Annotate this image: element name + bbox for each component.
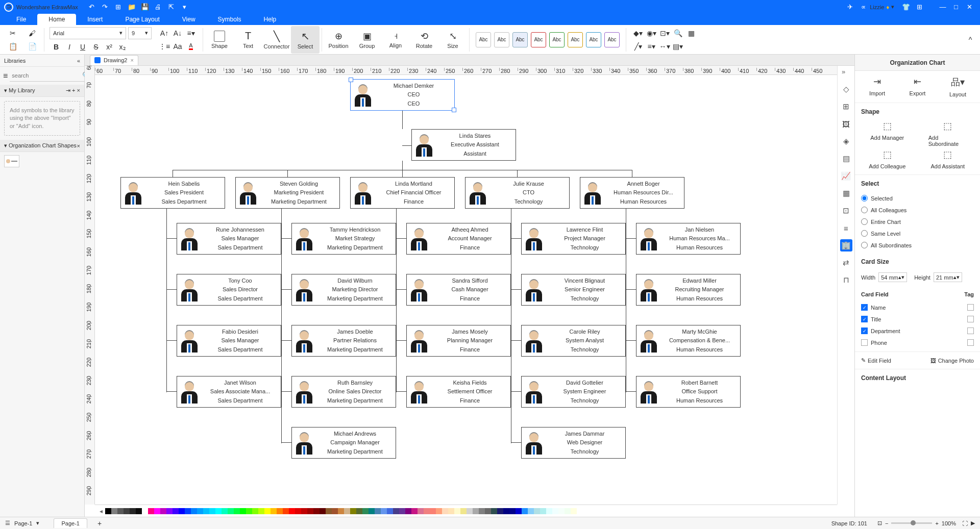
tree-panel-icon[interactable]: ≡: [840, 222, 852, 234]
org-node-sub[interactable]: Ruth BarnsleyOnline Sales DirectorMarket…: [291, 376, 396, 408]
color-swatch[interactable]: [546, 508, 552, 514]
user-area[interactable]: Lizzie ♦ ▾: [870, 4, 894, 10]
font-color-icon[interactable]: A: [184, 41, 198, 52]
org-node-sub[interactable]: Keisha FieldsSettlement OfficerFinance: [406, 376, 511, 408]
color-swatch[interactable]: [479, 508, 485, 514]
lib-add-icon[interactable]: +: [72, 87, 75, 93]
apps-icon[interactable]: ⊞: [914, 2, 925, 13]
color-swatch[interactable]: [185, 508, 191, 514]
share-icon[interactable]: ∝: [857, 2, 869, 13]
align-menu-icon[interactable]: ≡▾: [184, 28, 198, 39]
color-swatch[interactable]: [148, 508, 154, 514]
fill-icon[interactable]: ◆▾: [631, 28, 645, 39]
color-swatch[interactable]: [301, 508, 307, 514]
color-swatch[interactable]: [399, 508, 405, 514]
export-button[interactable]: ⇤Export: [898, 76, 937, 97]
color-swatch[interactable]: [448, 508, 454, 514]
color-swatch[interactable]: [418, 508, 424, 514]
org-node-sub[interactable]: Jan NielsenHuman Resources Ma...Human Re…: [636, 223, 741, 255]
layers-icon[interactable]: ▤▾: [671, 41, 684, 52]
italic-button[interactable]: I: [63, 41, 76, 53]
layout-button[interactable]: 品▾Layout: [939, 76, 977, 97]
color-swatch[interactable]: [271, 508, 277, 514]
color-swatch[interactable]: [411, 508, 418, 514]
color-swatch[interactable]: [509, 508, 516, 514]
org-node-sub[interactable]: Marty McGhieCompensation & Bene...Human …: [636, 325, 741, 357]
org-node-sub[interactable]: Edward MillerRecruiting ManagerHuman Res…: [636, 274, 741, 306]
color-swatch[interactable]: [124, 508, 130, 514]
bullets-icon[interactable]: ⋮≡: [158, 41, 171, 52]
underline-button[interactable]: U: [76, 41, 89, 53]
save-icon[interactable]: 💾: [139, 2, 151, 13]
org-node-manager[interactable]: Linda MortlandChief Financial OfficerFin…: [350, 177, 455, 209]
color-swatch[interactable]: [203, 508, 209, 514]
org-node-sub[interactable]: Vincent BlignautSenior EngineerTechnolog…: [521, 274, 626, 306]
color-swatch[interactable]: [142, 508, 148, 514]
color-swatch[interactable]: [356, 508, 362, 514]
tab-close-icon[interactable]: ×: [130, 57, 133, 63]
color-swatch[interactable]: [369, 508, 375, 514]
position-button[interactable]: ⊕Position: [324, 26, 353, 54]
grid-panel-icon[interactable]: ⊡: [840, 205, 852, 217]
color-swatch[interactable]: [405, 508, 411, 514]
color-swatch[interactable]: [215, 508, 222, 514]
org-node-sub[interactable]: Robert BarnettOffice SupportHuman Resour…: [636, 376, 741, 408]
org-node-sub[interactable]: Sandra SiffordCash ManagerFinance: [406, 274, 511, 306]
org-node-sub[interactable]: Atheeq AhmedAccount ManagerFinance: [406, 223, 511, 255]
color-swatch[interactable]: [540, 508, 546, 514]
menu-symbols[interactable]: Symbols: [207, 14, 253, 25]
width-spinner[interactable]: 54 mm▴▾: [878, 272, 907, 282]
misc-panel-icon[interactable]: ⊓: [840, 274, 852, 286]
copy-icon[interactable]: 📋: [6, 41, 19, 52]
color-swatch[interactable]: [179, 508, 185, 514]
panel-toggle-icon[interactable]: »: [842, 68, 845, 75]
color-swatch[interactable]: [173, 508, 179, 514]
field-phone[interactable]: Phone: [861, 337, 974, 348]
format-painter-icon[interactable]: 🖌: [26, 28, 39, 39]
color-swatch[interactable]: [209, 508, 215, 514]
section-chevron-icon[interactable]: ▾: [4, 142, 7, 148]
shapes-close-icon[interactable]: ×: [77, 143, 80, 149]
select-button[interactable]: ↖Select: [291, 26, 320, 54]
org-node-sub[interactable]: James DoeblePartner RelationsMarketing D…: [291, 325, 396, 357]
color-swatch[interactable]: [473, 508, 479, 514]
color-swatch[interactable]: [381, 508, 387, 514]
org-node-manager[interactable]: Julie KrauseCTOTechnology: [465, 177, 570, 209]
color-swatch[interactable]: [436, 508, 442, 514]
color-swatch[interactable]: [424, 508, 430, 514]
radio-all-subordinates[interactable]: All Subordinates: [861, 239, 974, 251]
page-panel-icon[interactable]: ▤: [840, 153, 852, 165]
shirt-icon[interactable]: 👕: [900, 2, 912, 13]
color-swatch[interactable]: [166, 508, 173, 514]
add-colleague-button[interactable]: ⬚Add Colleague: [868, 149, 906, 169]
org-node-sub[interactable]: Lawrence FlintProject ManagerTechnology: [521, 223, 626, 255]
layers-panel-icon[interactable]: ◈: [840, 135, 852, 147]
menu-pagelayout[interactable]: Page Layout: [114, 14, 170, 25]
theme-gallery[interactable]: AbcAbcAbcAbcAbcAbcAbcAbc: [472, 28, 624, 52]
size-button[interactable]: ⤡Size: [438, 26, 467, 54]
color-swatch[interactable]: [430, 508, 436, 514]
theme-swatch[interactable]: Abc: [604, 32, 620, 47]
cut-icon[interactable]: ✂: [6, 28, 19, 39]
zoom-in-icon[interactable]: +: [935, 520, 938, 526]
import-button[interactable]: ⇥Import: [858, 76, 897, 97]
apps-panel-icon[interactable]: ⊞: [840, 100, 852, 113]
color-swatch[interactable]: [375, 508, 381, 514]
superscript-button[interactable]: x²: [103, 41, 116, 53]
menu-home[interactable]: Home: [37, 14, 76, 25]
add-page-icon[interactable]: +: [97, 519, 102, 527]
shape-button[interactable]: Shape: [205, 26, 234, 54]
color-swatch[interactable]: [295, 508, 301, 514]
subscript-button[interactable]: x₂: [116, 41, 129, 53]
text-button[interactable]: TText: [234, 26, 262, 54]
color-swatch[interactable]: [387, 508, 393, 514]
page-label[interactable]: Page-1: [14, 520, 32, 526]
color-swatch[interactable]: [442, 508, 448, 514]
inc-font-icon[interactable]: A↑: [158, 28, 171, 39]
color-swatch[interactable]: [191, 508, 197, 514]
add-assistant-button[interactable]: ⬚Add Assistant: [928, 149, 967, 169]
org-node-sub[interactable]: Janet WilsonSales Associate Mana...Sales…: [177, 376, 281, 408]
connector-button[interactable]: ╲Connector: [262, 26, 291, 54]
org-node-ceo[interactable]: Michael DemkerCEOCEO: [350, 79, 455, 111]
orgchart-shape-thumb[interactable]: [4, 155, 19, 167]
